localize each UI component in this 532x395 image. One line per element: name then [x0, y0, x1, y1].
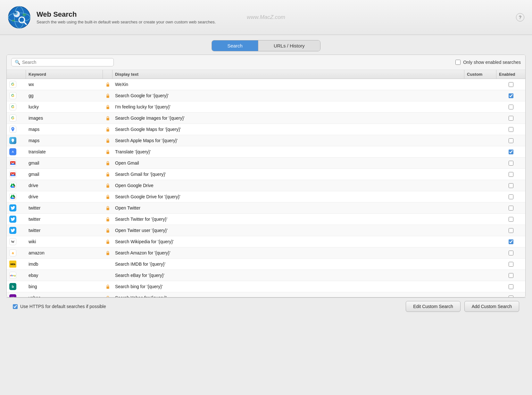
cell-enabled-12[interactable] [496, 215, 525, 224]
cell-enabled-11[interactable] [496, 204, 525, 212]
enabled-checkbox-10[interactable] [509, 194, 513, 199]
table-row[interactable]: GimagesSearch Google Images for '{query}… [7, 113, 525, 124]
table-row[interactable]: mapsSearch Apple Maps for '{query}' [7, 135, 525, 146]
table-row[interactable]: bbingSearch bing for '{query}' [7, 281, 525, 292]
enabled-checkbox-11[interactable] [509, 206, 513, 210]
svg-rect-13 [106, 118, 109, 120]
cell-icon-16: IMDb [7, 259, 26, 270]
table-row[interactable]: gmailSearch Gmail for '{query}' [7, 169, 525, 180]
enabled-checkbox-4[interactable] [509, 127, 513, 132]
table-row[interactable]: driveOpen Google Drive [7, 180, 525, 191]
tab-urls-history[interactable]: URLs / History [258, 40, 320, 51]
cell-display-11: Open Twitter [112, 203, 464, 212]
https-checkbox[interactable] [13, 304, 18, 309]
cell-enabled-17[interactable] [496, 271, 525, 280]
app-icon [8, 6, 31, 29]
enabled-checkbox-15[interactable] [509, 251, 513, 255]
search-box[interactable]: 🔍 [11, 58, 114, 66]
enabled-checkbox-6[interactable] [509, 150, 513, 154]
cell-enabled-13[interactable] [496, 226, 525, 235]
cell-enabled-4[interactable] [496, 125, 525, 134]
table-row[interactable]: twitterSearch Twitter for '{query}' [7, 214, 525, 225]
enabled-checkbox-19[interactable] [509, 296, 513, 297]
svg-rect-21 [106, 208, 109, 210]
edit-custom-search-button[interactable]: Edit Custom Search [406, 301, 461, 312]
table-row[interactable]: gmailOpen Gmail [7, 158, 525, 169]
cell-icon-18: b [7, 281, 26, 292]
yahoo-icon: Y! [9, 294, 16, 297]
svg-point-0 [8, 6, 30, 28]
cell-lock-11 [103, 204, 112, 212]
cell-enabled-8[interactable] [496, 170, 525, 179]
enabled-checkbox-16[interactable] [509, 262, 513, 267]
cell-enabled-0[interactable] [496, 80, 525, 89]
cell-enabled-7[interactable] [496, 159, 525, 167]
svg-rect-16 [106, 151, 109, 154]
table-row[interactable]: ebayebaySearch eBay for '{query}' [7, 270, 525, 281]
enabled-checkbox-2[interactable] [509, 105, 513, 109]
table-row[interactable]: GluckyI'm feeling lucky for '{query}' [7, 101, 525, 113]
table-row[interactable]: twitterOpen Twitter user '{query}' [7, 225, 525, 236]
table-row[interactable]: aamazonSearch Amazon for '{query}' [7, 247, 525, 259]
help-button[interactable]: ? [516, 13, 524, 21]
table-row[interactable]: mapsSearch Google Maps for '{query}' [7, 124, 525, 135]
svg-rect-24 [106, 241, 109, 244]
cell-enabled-16[interactable] [496, 260, 525, 269]
search-input[interactable] [22, 60, 110, 65]
cell-enabled-19[interactable] [496, 294, 525, 297]
enabled-checkbox-8[interactable] [509, 172, 513, 177]
enabled-checkbox-17[interactable] [509, 273, 513, 278]
enabled-checkbox-5[interactable] [509, 138, 513, 143]
cell-enabled-3[interactable] [496, 114, 525, 123]
cell-enabled-9[interactable] [496, 181, 525, 190]
cell-enabled-10[interactable] [496, 193, 525, 201]
bing-icon: b [9, 283, 16, 290]
cell-display-5: Search Apple Maps for '{query}' [112, 136, 464, 145]
enabled-checkbox-9[interactable] [509, 183, 513, 188]
svg-rect-25 [106, 253, 109, 255]
enabled-checkbox-12[interactable] [509, 217, 513, 222]
enabled-checkbox-18[interactable] [509, 284, 513, 289]
cell-custom-14 [464, 240, 496, 244]
cell-custom-0 [464, 82, 496, 86]
enabled-checkbox-7[interactable] [509, 161, 513, 166]
table-row[interactable]: driveSearch Google Drive for '{query}' [7, 191, 525, 202]
tab-search[interactable]: Search [212, 40, 258, 51]
only-show-enabled-checkbox[interactable] [455, 60, 461, 65]
cell-enabled-18[interactable] [496, 282, 525, 291]
table-row[interactable]: AtranslateTranslate '{query}' [7, 146, 525, 158]
cell-enabled-15[interactable] [496, 249, 525, 257]
cell-enabled-14[interactable] [496, 237, 525, 246]
enabled-checkbox-1[interactable] [509, 93, 513, 98]
amazon-icon: a [9, 249, 16, 256]
enabled-checkbox-3[interactable] [509, 116, 513, 121]
table-row[interactable]: GwxWeXin [7, 79, 525, 90]
cell-keyword-14: wiki [26, 237, 103, 246]
table-row[interactable]: Y!yahooSearch Yahoo for '{query}' [7, 292, 525, 297]
cell-enabled-1[interactable] [496, 91, 525, 100]
table-row[interactable]: GggSearch Google for '{query}' [7, 90, 525, 101]
cell-lock-13 [103, 226, 112, 235]
table-row[interactable]: WwikiSearch Wikipedia for '{query}' [7, 236, 525, 247]
cell-keyword-8: gmail [26, 170, 103, 179]
cell-custom-5 [464, 139, 496, 142]
cell-enabled-5[interactable] [496, 136, 525, 145]
cell-display-0: WeXin [112, 80, 464, 89]
enabled-checkbox-14[interactable] [509, 239, 513, 244]
toolbar: 🔍 Only show enabled searches [7, 55, 525, 70]
cell-custom-15 [464, 251, 496, 255]
svg-rect-11 [106, 95, 109, 98]
cell-keyword-0: wx [26, 80, 103, 89]
cell-custom-10 [464, 195, 496, 199]
cell-lock-3 [103, 114, 112, 123]
svg-rect-17 [106, 163, 109, 165]
table-row[interactable]: twitterOpen Twitter [7, 202, 525, 214]
enabled-checkbox-0[interactable] [509, 82, 513, 87]
ebay-icon: ebay [9, 272, 16, 279]
cell-enabled-6[interactable] [496, 148, 525, 156]
cell-enabled-2[interactable] [496, 103, 525, 111]
add-custom-search-button[interactable]: Add Custom Search [464, 301, 519, 312]
cell-display-16: Search IMDB for '{query}' [112, 260, 464, 269]
enabled-checkbox-13[interactable] [509, 228, 513, 233]
table-row[interactable]: IMDbimdbSearch IMDB for '{query}' [7, 259, 525, 270]
